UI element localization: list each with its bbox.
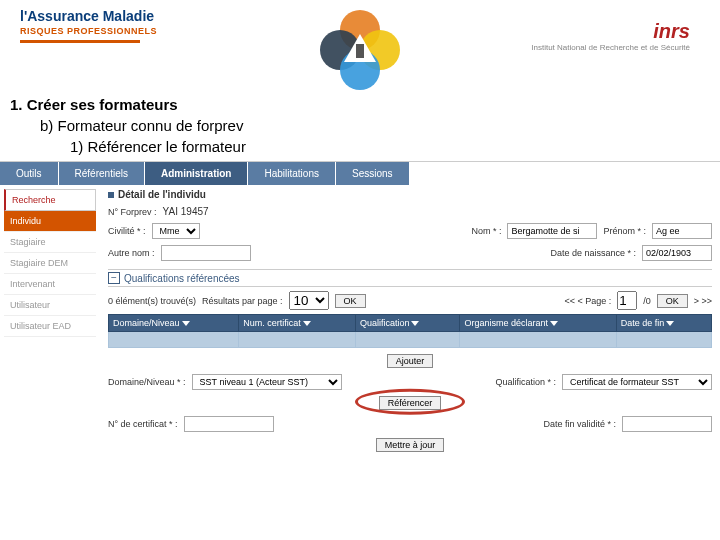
sidebar-utilisateur-ead[interactable]: Utilisateur EAD [4,316,96,337]
results-per-page-select[interactable]: 10 [289,291,329,310]
referencer-button[interactable]: Référencer [379,396,442,410]
panel-title-text: Détail de l'individu [118,189,206,200]
sort-icon[interactable] [182,321,190,326]
col-organisme[interactable]: Organisme déclarant [460,315,616,332]
main-panel: Détail de l'individu N° Forprev : YAI 19… [100,185,720,462]
num-forprev-label: N° Forprev : [108,207,157,217]
sort-icon[interactable] [666,321,674,326]
pager-prefix[interactable]: << < Page : [564,296,611,306]
domaine-niveau-select[interactable]: SST niveau 1 (Acteur SST) [192,374,342,390]
slide-title-block: 1. Créer ses formateurs b) Formateur con… [0,90,720,161]
logo-divider [20,40,140,43]
sort-icon[interactable] [303,321,311,326]
inrs-subtitle: Institut National de Recherche et de Séc… [531,43,690,52]
sidebar-stagiaire-dem[interactable]: Stagiaire DEM [4,253,96,274]
nav-sessions[interactable]: Sessions [336,162,410,185]
civilite-label: Civilité * : [108,226,146,236]
num-forprev-value: YAI 19457 [163,206,209,217]
date-naissance-label: Date de naissance * : [550,248,636,258]
inrs-name: inrs [531,20,690,43]
prenom-label: Prénom * : [603,226,646,236]
assurance-maladie-logo: l'Assurance Maladie RISQUES PROFESSIONNE… [20,8,157,43]
prenom-input[interactable] [652,223,712,239]
results-per-page-label: Résultats par page : [202,296,283,306]
table-row [109,332,712,348]
pager-suffix[interactable]: > >> [694,296,712,306]
sidebar-intervenant[interactable]: Intervenant [4,274,96,295]
col-qualification[interactable]: Qualification [355,315,459,332]
sidebar: Recherche Individu Stagiaire Stagiaire D… [0,185,100,462]
sort-icon[interactable] [411,321,419,326]
mettre-a-jour-button[interactable]: Mettre à jour [376,438,445,452]
ok-button-left[interactable]: OK [335,294,366,308]
page-total: /0 [643,296,651,306]
slide-header: l'Assurance Maladie RISQUES PROFESSIONNE… [0,0,720,90]
title-line-3: 1) Référencer le formateur [70,136,710,157]
nav-habilitations[interactable]: Habilitations [248,162,335,185]
num-certificat-input[interactable] [184,416,274,432]
pager: 0 élément(s) trouvé(s) Résultats par pag… [108,291,712,310]
nom-input[interactable] [507,223,597,239]
autre-nom-label: Autre nom : [108,248,155,258]
results-count: 0 élément(s) trouvé(s) [108,296,196,306]
qualifications-title: Qualifications référencées [124,273,240,284]
num-certificat-label: N° de certificat * : [108,419,178,429]
col-domaine[interactable]: Domaine/Niveau [109,315,239,332]
sort-icon[interactable] [550,321,558,326]
title-line-2: b) Formateur connu de forprev [40,115,710,136]
app-screenshot: Outils Référentiels Administration Habil… [0,161,720,462]
square-bullet-icon [108,192,114,198]
qualification-select[interactable]: Certificat de formateur SST [562,374,712,390]
sidebar-recherche[interactable]: Recherche [4,189,96,211]
autre-nom-input[interactable] [161,245,251,261]
top-nav: Outils Référentiels Administration Habil… [0,162,720,185]
assurance-subtitle: RISQUES PROFESSIONNELS [20,26,157,36]
domaine-niveau-label: Domaine/Niveau * : [108,377,186,387]
page-input[interactable] [617,291,637,310]
nom-label: Nom * : [471,226,501,236]
title-line-1: 1. Créer ses formateurs [10,94,710,115]
collapse-icon[interactable]: − [108,272,120,284]
qualifications-table: Domaine/Niveau Num. certificat Qualifica… [108,314,712,348]
sidebar-utilisateur[interactable]: Utilisateur [4,295,96,316]
nav-administration[interactable]: Administration [145,162,249,185]
date-fin-validite-label: Date fin validité * : [543,419,616,429]
panel-title: Détail de l'individu [108,189,712,200]
inrs-logo: inrs Institut National de Recherche et d… [531,20,690,52]
date-fin-validite-input[interactable] [622,416,712,432]
date-naissance-input[interactable] [642,245,712,261]
ajouter-button[interactable]: Ajouter [387,354,434,368]
col-date-fin[interactable]: Date de fin [616,315,711,332]
nav-referentiels[interactable]: Référentiels [59,162,145,185]
civilite-select[interactable]: Mme [152,223,200,239]
assurance-title: l'Assurance Maladie [20,8,157,24]
sidebar-stagiaire[interactable]: Stagiaire [4,232,96,253]
qualification-label: Qualification * : [495,377,556,387]
col-num-certificat[interactable]: Num. certificat [239,315,356,332]
ok-button-right[interactable]: OK [657,294,688,308]
nav-outils[interactable]: Outils [0,162,59,185]
sidebar-individu[interactable]: Individu [4,211,96,232]
qualifications-header: − Qualifications référencées [108,269,712,287]
prevention-venn-logo [320,10,400,90]
